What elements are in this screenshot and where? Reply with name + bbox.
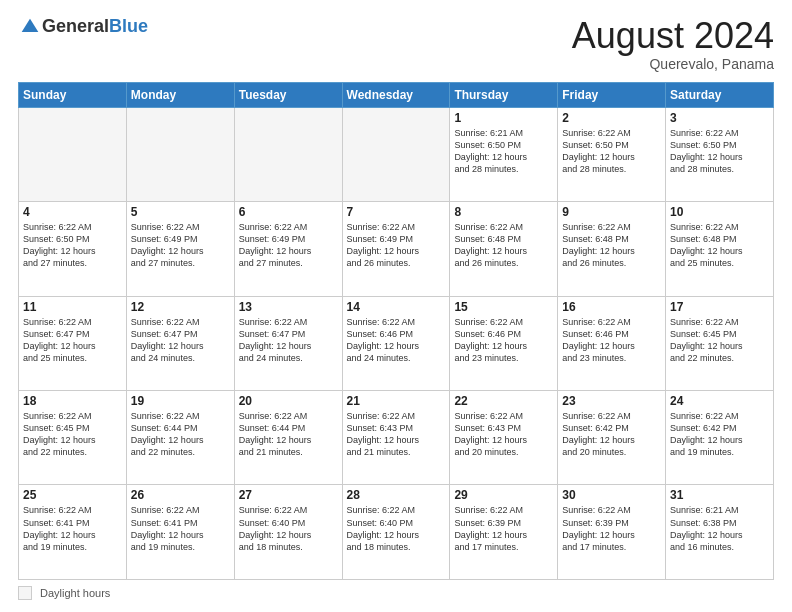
- title-block: August 2024 Querevalo, Panama: [572, 16, 774, 72]
- day-info: Sunrise: 6:22 AM Sunset: 6:43 PM Dayligh…: [347, 410, 446, 459]
- calendar-week-2: 11Sunrise: 6:22 AM Sunset: 6:47 PM Dayli…: [19, 296, 774, 390]
- day-number: 23: [562, 394, 661, 408]
- calendar-table: Sunday Monday Tuesday Wednesday Thursday…: [18, 82, 774, 580]
- daylight-icon: [18, 586, 32, 600]
- col-saturday: Saturday: [666, 82, 774, 107]
- table-row: 19Sunrise: 6:22 AM Sunset: 6:44 PM Dayli…: [126, 391, 234, 485]
- daylight-label: Daylight hours: [40, 587, 110, 599]
- table-row: 10Sunrise: 6:22 AM Sunset: 6:48 PM Dayli…: [666, 202, 774, 296]
- table-row: [234, 107, 342, 201]
- day-number: 7: [347, 205, 446, 219]
- table-row: 31Sunrise: 6:21 AM Sunset: 6:38 PM Dayli…: [666, 485, 774, 580]
- table-row: 8Sunrise: 6:22 AM Sunset: 6:48 PM Daylig…: [450, 202, 558, 296]
- table-row: 26Sunrise: 6:22 AM Sunset: 6:41 PM Dayli…: [126, 485, 234, 580]
- calendar-week-0: 1Sunrise: 6:21 AM Sunset: 6:50 PM Daylig…: [19, 107, 774, 201]
- day-number: 5: [131, 205, 230, 219]
- day-number: 10: [670, 205, 769, 219]
- col-sunday: Sunday: [19, 82, 127, 107]
- table-row: 20Sunrise: 6:22 AM Sunset: 6:44 PM Dayli…: [234, 391, 342, 485]
- table-row: 5Sunrise: 6:22 AM Sunset: 6:49 PM Daylig…: [126, 202, 234, 296]
- day-info: Sunrise: 6:22 AM Sunset: 6:39 PM Dayligh…: [454, 504, 553, 553]
- logo: GeneralBlue: [18, 16, 148, 37]
- day-info: Sunrise: 6:22 AM Sunset: 6:42 PM Dayligh…: [562, 410, 661, 459]
- table-row: 28Sunrise: 6:22 AM Sunset: 6:40 PM Dayli…: [342, 485, 450, 580]
- table-row: 22Sunrise: 6:22 AM Sunset: 6:43 PM Dayli…: [450, 391, 558, 485]
- table-row: 18Sunrise: 6:22 AM Sunset: 6:45 PM Dayli…: [19, 391, 127, 485]
- day-number: 9: [562, 205, 661, 219]
- day-number: 29: [454, 488, 553, 502]
- table-row: 27Sunrise: 6:22 AM Sunset: 6:40 PM Dayli…: [234, 485, 342, 580]
- day-info: Sunrise: 6:22 AM Sunset: 6:39 PM Dayligh…: [562, 504, 661, 553]
- day-number: 19: [131, 394, 230, 408]
- day-info: Sunrise: 6:22 AM Sunset: 6:49 PM Dayligh…: [239, 221, 338, 270]
- table-row: 17Sunrise: 6:22 AM Sunset: 6:45 PM Dayli…: [666, 296, 774, 390]
- table-row: 3Sunrise: 6:22 AM Sunset: 6:50 PM Daylig…: [666, 107, 774, 201]
- calendar-week-4: 25Sunrise: 6:22 AM Sunset: 6:41 PM Dayli…: [19, 485, 774, 580]
- day-number: 24: [670, 394, 769, 408]
- day-number: 16: [562, 300, 661, 314]
- day-info: Sunrise: 6:22 AM Sunset: 6:47 PM Dayligh…: [239, 316, 338, 365]
- day-info: Sunrise: 6:22 AM Sunset: 6:50 PM Dayligh…: [670, 127, 769, 176]
- day-number: 25: [23, 488, 122, 502]
- day-info: Sunrise: 6:22 AM Sunset: 6:47 PM Dayligh…: [23, 316, 122, 365]
- day-info: Sunrise: 6:22 AM Sunset: 6:46 PM Dayligh…: [454, 316, 553, 365]
- table-row: 7Sunrise: 6:22 AM Sunset: 6:49 PM Daylig…: [342, 202, 450, 296]
- day-number: 3: [670, 111, 769, 125]
- table-row: 4Sunrise: 6:22 AM Sunset: 6:50 PM Daylig…: [19, 202, 127, 296]
- day-number: 30: [562, 488, 661, 502]
- day-number: 6: [239, 205, 338, 219]
- day-number: 27: [239, 488, 338, 502]
- logo-icon: [20, 17, 40, 37]
- day-number: 8: [454, 205, 553, 219]
- table-row: 12Sunrise: 6:22 AM Sunset: 6:47 PM Dayli…: [126, 296, 234, 390]
- day-number: 12: [131, 300, 230, 314]
- month-year: August 2024: [572, 16, 774, 56]
- day-info: Sunrise: 6:22 AM Sunset: 6:41 PM Dayligh…: [23, 504, 122, 553]
- day-number: 26: [131, 488, 230, 502]
- day-number: 14: [347, 300, 446, 314]
- col-monday: Monday: [126, 82, 234, 107]
- day-info: Sunrise: 6:22 AM Sunset: 6:48 PM Dayligh…: [454, 221, 553, 270]
- footer: Daylight hours: [18, 586, 774, 600]
- table-row: 25Sunrise: 6:22 AM Sunset: 6:41 PM Dayli…: [19, 485, 127, 580]
- svg-marker-0: [22, 18, 39, 31]
- day-info: Sunrise: 6:22 AM Sunset: 6:40 PM Dayligh…: [347, 504, 446, 553]
- logo-text: GeneralBlue: [42, 16, 148, 37]
- col-friday: Friday: [558, 82, 666, 107]
- day-info: Sunrise: 6:22 AM Sunset: 6:48 PM Dayligh…: [562, 221, 661, 270]
- day-info: Sunrise: 6:22 AM Sunset: 6:47 PM Dayligh…: [131, 316, 230, 365]
- day-number: 2: [562, 111, 661, 125]
- day-info: Sunrise: 6:22 AM Sunset: 6:45 PM Dayligh…: [670, 316, 769, 365]
- table-row: 24Sunrise: 6:22 AM Sunset: 6:42 PM Dayli…: [666, 391, 774, 485]
- day-info: Sunrise: 6:21 AM Sunset: 6:38 PM Dayligh…: [670, 504, 769, 553]
- day-number: 22: [454, 394, 553, 408]
- day-number: 15: [454, 300, 553, 314]
- day-number: 17: [670, 300, 769, 314]
- day-info: Sunrise: 6:22 AM Sunset: 6:49 PM Dayligh…: [131, 221, 230, 270]
- calendar-week-3: 18Sunrise: 6:22 AM Sunset: 6:45 PM Dayli…: [19, 391, 774, 485]
- day-info: Sunrise: 6:22 AM Sunset: 6:46 PM Dayligh…: [347, 316, 446, 365]
- day-number: 18: [23, 394, 122, 408]
- day-info: Sunrise: 6:22 AM Sunset: 6:44 PM Dayligh…: [239, 410, 338, 459]
- table-row: 30Sunrise: 6:22 AM Sunset: 6:39 PM Dayli…: [558, 485, 666, 580]
- table-row: 21Sunrise: 6:22 AM Sunset: 6:43 PM Dayli…: [342, 391, 450, 485]
- day-info: Sunrise: 6:22 AM Sunset: 6:48 PM Dayligh…: [670, 221, 769, 270]
- day-number: 11: [23, 300, 122, 314]
- header: GeneralBlue August 2024 Querevalo, Panam…: [18, 16, 774, 72]
- day-info: Sunrise: 6:22 AM Sunset: 6:46 PM Dayligh…: [562, 316, 661, 365]
- col-wednesday: Wednesday: [342, 82, 450, 107]
- day-number: 13: [239, 300, 338, 314]
- day-info: Sunrise: 6:22 AM Sunset: 6:42 PM Dayligh…: [670, 410, 769, 459]
- day-info: Sunrise: 6:21 AM Sunset: 6:50 PM Dayligh…: [454, 127, 553, 176]
- table-row: 14Sunrise: 6:22 AM Sunset: 6:46 PM Dayli…: [342, 296, 450, 390]
- day-info: Sunrise: 6:22 AM Sunset: 6:40 PM Dayligh…: [239, 504, 338, 553]
- day-info: Sunrise: 6:22 AM Sunset: 6:45 PM Dayligh…: [23, 410, 122, 459]
- day-number: 28: [347, 488, 446, 502]
- day-info: Sunrise: 6:22 AM Sunset: 6:50 PM Dayligh…: [23, 221, 122, 270]
- table-row: 13Sunrise: 6:22 AM Sunset: 6:47 PM Dayli…: [234, 296, 342, 390]
- table-row: 29Sunrise: 6:22 AM Sunset: 6:39 PM Dayli…: [450, 485, 558, 580]
- day-number: 20: [239, 394, 338, 408]
- table-row: [19, 107, 127, 201]
- day-info: Sunrise: 6:22 AM Sunset: 6:49 PM Dayligh…: [347, 221, 446, 270]
- day-number: 31: [670, 488, 769, 502]
